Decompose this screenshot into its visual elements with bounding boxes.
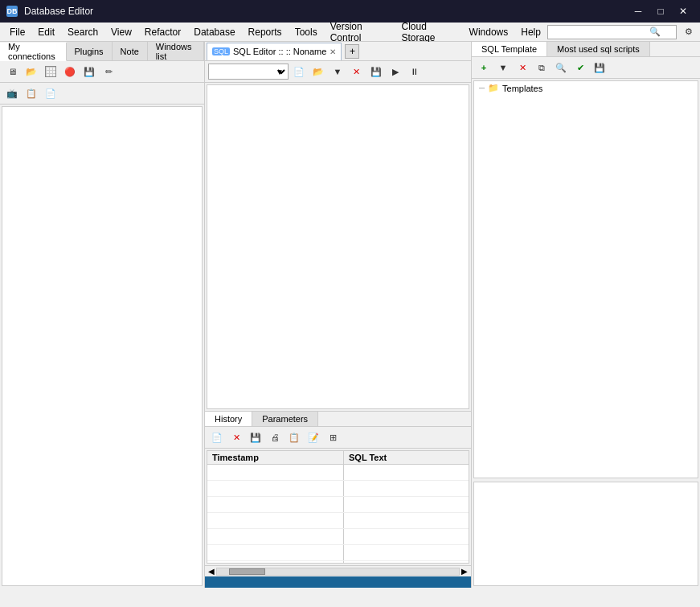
disconnect-icon: 🔴 xyxy=(64,67,76,77)
tab-windows-list[interactable]: Windows list xyxy=(148,42,204,60)
stop-button[interactable]: ⏸ xyxy=(406,63,424,80)
editor-tab-close[interactable]: ✕ xyxy=(330,47,336,56)
hist-delete-button[interactable]: ✕ xyxy=(227,429,245,446)
col-sql-text: SQL Text xyxy=(344,451,469,464)
save-template-icon: 💾 xyxy=(594,63,605,73)
tab-parameters[interactable]: Parameters xyxy=(252,412,318,426)
monitor-icon: 🖥 xyxy=(8,67,17,76)
new-doc-button[interactable]: 📄 xyxy=(42,84,59,102)
col-timestamp: Timestamp xyxy=(207,451,344,464)
grid-button[interactable] xyxy=(42,63,59,80)
tree-item-label: Templates xyxy=(502,84,542,93)
horizontal-scrollbar[interactable]: ◀ ▶ xyxy=(205,565,471,576)
menu-file[interactable]: File xyxy=(3,23,31,41)
hist-grid-icon: ⊞ xyxy=(330,433,337,443)
tab-note[interactable]: Note xyxy=(113,42,148,60)
menu-edit[interactable]: Edit xyxy=(31,23,61,41)
open-button[interactable]: 📂 xyxy=(23,63,40,80)
tab-most-used-scripts[interactable]: Most used sql scripts xyxy=(547,42,650,56)
add-editor-tab-button[interactable]: + xyxy=(345,44,359,59)
menu-help[interactable]: Help xyxy=(514,23,547,41)
copy-left-button[interactable]: 📋 xyxy=(23,84,40,102)
hist-new-icon: 📄 xyxy=(211,433,223,443)
run-icon: ▶ xyxy=(392,67,399,77)
search-template-button[interactable]: 🔍 xyxy=(552,59,570,76)
edit-button[interactable]: ✏ xyxy=(100,63,117,80)
table-row xyxy=(207,513,469,529)
new-sql-button[interactable]: 📄 xyxy=(290,63,308,80)
dropdown-template-button[interactable]: ▼ xyxy=(494,59,512,76)
tab-sql-template[interactable]: SQL Template xyxy=(472,42,547,56)
hist-save-button[interactable]: 💾 xyxy=(247,429,264,446)
disconnect-button[interactable]: 🔴 xyxy=(61,63,79,80)
bottom-tabs: History Parameters xyxy=(205,412,471,427)
ok-template-button[interactable]: ✔ xyxy=(571,59,589,76)
hist-paste-icon: 📝 xyxy=(308,433,319,443)
open-sql-icon: 📂 xyxy=(313,67,324,77)
status-bar xyxy=(205,576,471,588)
menu-database[interactable]: Database xyxy=(187,23,241,41)
right-toolbar: + ▼ ✕ ⧉ 🔍 ✔ 💾 xyxy=(472,57,700,79)
menu-tools[interactable]: Tools xyxy=(289,23,324,41)
menu-reports[interactable]: Reports xyxy=(242,23,289,41)
search-template-icon: 🔍 xyxy=(555,63,567,73)
scroll-right-arrow[interactable]: ▶ xyxy=(460,567,469,576)
tab-plugins[interactable]: Plugins xyxy=(67,42,113,60)
scroll-thumb[interactable] xyxy=(229,568,265,575)
tree-item-templates[interactable]: ─ 📁 Templates xyxy=(474,81,698,95)
center-panel: SQL SQL Editor :: :: Noname ✕ + ▼ 📄 📂 ▼ … xyxy=(205,42,471,588)
new-connection-button[interactable]: 🖥 xyxy=(3,63,21,80)
monitor-button[interactable]: 📺 xyxy=(3,84,21,102)
close-sql-button[interactable]: ✕ xyxy=(348,63,366,80)
sql-editor-content[interactable] xyxy=(207,84,469,409)
menu-cloud-storage[interactable]: Cloud Storage xyxy=(395,23,462,41)
scroll-left-arrow[interactable]: ◀ xyxy=(207,567,216,576)
dropdown-open-button[interactable]: ▼ xyxy=(329,63,346,80)
dropdown-icon: ▼ xyxy=(499,63,508,72)
hist-copy-button[interactable]: 📋 xyxy=(285,429,303,446)
folder-icon: 📁 xyxy=(488,83,499,93)
scroll-track[interactable] xyxy=(216,568,460,576)
save-left-button[interactable]: 💾 xyxy=(80,63,98,80)
editor-tab-noname[interactable]: SQL SQL Editor :: :: Noname ✕ xyxy=(207,43,342,60)
close-button[interactable]: ✕ xyxy=(673,3,694,19)
hist-new-button[interactable]: 📄 xyxy=(208,429,226,446)
copy-template-button[interactable]: ⧉ xyxy=(533,59,551,76)
menu-windows[interactable]: Windows xyxy=(463,23,515,41)
table-row xyxy=(207,497,469,513)
grid-icon xyxy=(45,66,56,77)
table-header: Timestamp SQL Text xyxy=(207,451,469,465)
new-sql-icon: 📄 xyxy=(293,67,305,77)
hist-paste-button[interactable]: 📝 xyxy=(305,429,322,446)
right-panel: SQL Template Most used sql scripts + ▼ ✕… xyxy=(471,42,700,588)
tab-my-connections[interactable]: My connections xyxy=(0,43,67,61)
editor-toolbar: ▼ 📄 📂 ▼ ✕ 💾 ▶ ⏸ xyxy=(205,61,471,83)
hist-print-button[interactable]: 🖨 xyxy=(266,429,284,446)
window-controls: ─ □ ✕ xyxy=(628,3,694,19)
new-doc-icon: 📄 xyxy=(45,88,56,99)
maximize-button[interactable]: □ xyxy=(650,3,671,19)
ok-icon: ✔ xyxy=(577,63,584,73)
menu-search[interactable]: Search xyxy=(61,23,104,41)
sql-template-tree: ─ 📁 Templates xyxy=(473,80,698,478)
menu-view[interactable]: View xyxy=(104,23,138,41)
global-search-input[interactable] xyxy=(551,27,648,37)
delete-template-button[interactable]: ✕ xyxy=(514,59,531,76)
connection-dropdown[interactable] xyxy=(208,64,289,80)
copy-icon: 📋 xyxy=(26,88,37,99)
settings-icon[interactable]: ⚙ xyxy=(681,23,697,41)
add-template-button[interactable]: + xyxy=(475,59,493,76)
run-button[interactable]: ▶ xyxy=(387,63,404,80)
minimize-button[interactable]: ─ xyxy=(628,3,649,19)
save-sql-button[interactable]: 💾 xyxy=(367,63,385,80)
open-sql-button[interactable]: 📂 xyxy=(309,63,327,80)
hist-grid-button[interactable]: ⊞ xyxy=(324,429,342,446)
menu-refactor[interactable]: Refactor xyxy=(138,23,187,41)
tab-history[interactable]: History xyxy=(205,412,252,426)
main-container: My connections Plugins Note Windows list… xyxy=(0,42,700,588)
menu-version-control[interactable]: Version Control xyxy=(324,23,395,41)
left-panel: My connections Plugins Note Windows list… xyxy=(0,42,205,588)
save-template-button[interactable]: 💾 xyxy=(591,59,608,76)
save-sql-icon: 💾 xyxy=(370,67,382,77)
table-row xyxy=(207,465,469,481)
